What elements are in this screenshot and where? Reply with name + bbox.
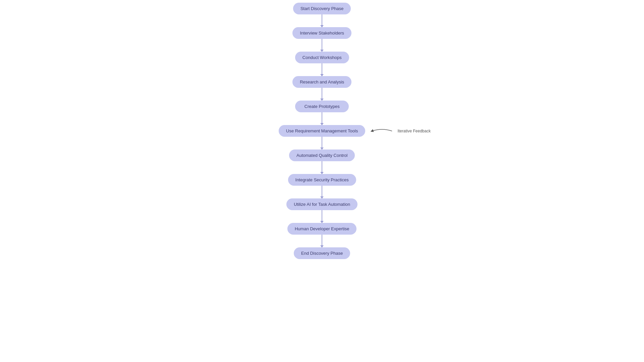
node-prototypes[interactable]: Create Prototypes [295,101,349,112]
diagram-container: Start Discovery Phase Interview Stakehol… [0,0,644,362]
node-quality[interactable]: Automated Quality Control [289,149,355,161]
feedback-annotation: Iterative Feedback [369,126,431,136]
node-workshops[interactable]: Conduct Workshops [295,52,349,63]
node-interview[interactable]: Interview Stakeholders [292,27,352,39]
connector-9 [322,235,322,247]
connector-8 [322,210,322,223]
node-research[interactable]: Research and Analysis [292,76,352,88]
node-requirements[interactable]: Use Requirement Management Tools [279,125,365,137]
connector-4 [322,112,322,125]
feedback-label: Iterative Feedback [397,129,431,133]
connector-1 [322,39,322,52]
feedback-arrow-svg [369,126,395,136]
node-ai[interactable]: Utilize AI for Task Automation [286,198,358,210]
requirements-row: Use Requirement Management Tools Iterati… [279,125,365,137]
node-security[interactable]: Integrate Security Practices [288,174,356,186]
connector-5 [322,137,322,149]
node-start[interactable]: Start Discovery Phase [293,3,351,14]
connector-3 [322,88,322,101]
connector-7 [322,186,322,198]
node-end[interactable]: End Discovery Phase [294,247,350,259]
flow-wrapper: Start Discovery Phase Interview Stakehol… [279,0,365,259]
connector-0 [322,14,322,27]
connector-2 [322,63,322,76]
node-human[interactable]: Human Developer Expertise [287,223,357,235]
connector-6 [322,161,322,174]
